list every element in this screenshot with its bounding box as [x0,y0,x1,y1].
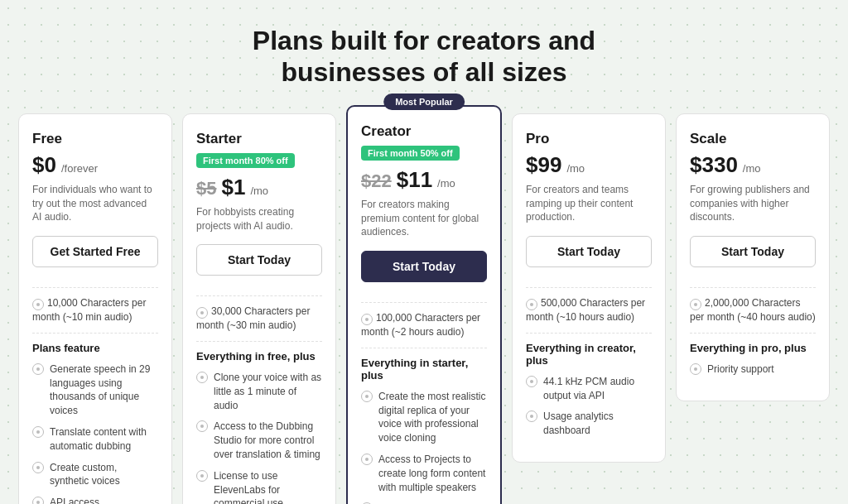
feature-text-creator-1: Access to Projects to create long form c… [378,453,487,494]
plan-name-creator: Creator [361,123,487,140]
divider-features-free [32,333,158,334]
section-label-creator: Everything in starter, plus [361,357,487,382]
plan-card-creator: Most PopularCreatorFirst month 50% off$2… [346,105,502,504]
feature-icon-free-1 [32,426,44,438]
divider-features-creator [361,348,487,348]
feature-item-creator-0: Create the most realistic digital replic… [361,390,487,445]
feature-item-scale-0: Priority support [690,362,816,377]
price-current-starter: $1 [221,175,245,200]
chars-info-starter: 30,000 Characters per month (~30 min aud… [196,305,322,333]
cta-button-starter[interactable]: Start Today [196,244,322,276]
feature-text-starter-0: Clone your voice with as little as 1 min… [214,371,322,412]
chars-info-scale: 2,000,000 Characters per month (~40 hour… [690,296,816,324]
price-current-scale: $330 [690,152,738,178]
cta-button-creator[interactable]: Start Today [361,251,487,282]
price-row-pro: $99/mo [526,152,652,178]
section-label-starter: Everything in free, plus [196,350,322,362]
feature-text-scale-0: Priority support [707,362,774,377]
most-popular-badge: Most Popular [383,94,465,110]
feature-item-free-2: Create custom, synthetic voices [32,461,158,489]
section-label-scale: Everything in pro, plus [690,342,816,354]
divider-chars-scale [690,287,816,288]
price-period-creator: /mo [437,177,455,190]
feature-icon-pro-1 [526,410,537,422]
feature-item-starter-2: License to use ElevenLabs for commercial… [196,469,322,504]
feature-text-free-1: Translate content with automatic dubbing [50,425,158,454]
feature-text-free-0: Generate speech in 29 languages using th… [50,362,158,418]
price-current-pro: $99 [526,152,561,178]
price-row-starter: $5$1/mo [196,175,322,200]
feature-text-pro-0: 44.1 kHz PCM audio output via API [543,375,652,403]
page-title: Plans built for creators and businesses … [17,25,831,89]
price-original-starter: $5 [196,178,216,199]
feature-item-pro-0: 44.1 kHz PCM audio output via API [526,375,652,403]
price-row-free: $0/forever [32,152,158,178]
feature-item-free-1: Translate content with automatic dubbing [32,425,158,454]
price-period-starter: /mo [250,185,268,197]
feature-icon-creator-1 [361,454,373,465]
cta-button-scale[interactable]: Start Today [690,236,816,267]
feature-icon-pro-0 [526,376,537,387]
divider-chars-free [32,287,158,288]
price-current-free: $0 [32,152,56,178]
divider-chars-starter [196,295,322,296]
plan-desc-scale: For growing publishers and companies wit… [690,183,816,224]
feature-item-free-3: API access [32,496,158,504]
plan-card-scale: Scale$330/moFor growing publishers and c… [676,113,830,401]
cta-button-pro[interactable]: Start Today [526,236,652,267]
feature-item-pro-1: Usage analytics dashboard [526,410,652,438]
plan-name-starter: Starter [196,131,322,147]
divider-chars-creator [361,302,487,303]
plans-container: Free$0/foreverFor individuals who want t… [18,113,830,504]
chars-info-creator: 100,000 Characters per month (~2 hours a… [361,311,487,339]
feature-item-free-0: Generate speech in 29 languages using th… [32,362,158,418]
divider-features-scale [690,333,816,334]
plan-name-pro: Pro [526,131,652,147]
feature-icon-creator-0 [361,391,373,402]
feature-icon-starter-2 [196,470,208,482]
feature-text-starter-2: License to use ElevenLabs for commercial… [214,469,322,504]
section-label-pro: Everything in creator, plus [526,342,652,367]
price-period-pro: /mo [566,162,585,175]
price-original-creator: $22 [361,170,392,192]
feature-text-free-2: Create custom, synthetic voices [50,461,158,489]
plan-desc-free: For individuals who want to try out the … [32,183,158,224]
chars-icon-pro [526,299,537,310]
feature-text-creator-0: Create the most realistic digital replic… [378,390,487,445]
feature-icon-free-0 [32,363,44,375]
feature-icon-starter-0 [196,372,208,383]
feature-icon-starter-1 [196,420,208,432]
chars-icon-free [32,299,44,310]
price-period-free: /forever [61,162,98,175]
feature-item-starter-0: Clone your voice with as little as 1 min… [196,371,322,412]
feature-icon-free-2 [32,462,44,473]
plan-card-starter: StarterFirst month 80% off$5$1/moFor hob… [182,113,336,504]
chars-icon-scale [690,299,701,310]
feature-icon-scale-0 [690,363,701,375]
chars-icon-creator [361,314,373,325]
divider-features-starter [196,341,322,342]
feature-text-starter-1: Access to the Dubbing Studio for more co… [214,420,322,461]
feature-icon-free-3 [32,497,44,504]
divider-chars-pro [526,287,652,288]
price-row-scale: $330/mo [690,152,816,178]
plan-name-scale: Scale [690,131,816,147]
chars-icon-starter [196,307,208,319]
plan-desc-pro: For creators and teams ramping up their … [526,183,652,224]
price-current-creator: $11 [397,167,432,193]
feature-text-pro-1: Usage analytics dashboard [543,410,652,438]
section-label-free: Plans feature [32,342,158,354]
plan-desc-creator: For creators making premium content for … [361,198,487,239]
chars-info-pro: 500,000 Characters per month (~10 hours … [526,296,652,324]
feature-item-creator-1: Access to Projects to create long form c… [361,453,487,494]
plan-card-free: Free$0/foreverFor individuals who want t… [18,113,172,504]
cta-button-free[interactable]: Get Started Free [32,236,158,267]
divider-features-pro [526,333,652,334]
price-period-scale: /mo [743,162,761,175]
discount-badge-starter: First month 80% off [196,153,295,168]
plan-name-free: Free [32,131,158,147]
feature-text-free-3: API access [50,496,99,504]
feature-item-starter-1: Access to the Dubbing Studio for more co… [196,420,322,461]
price-row-creator: $22$11/mo [361,167,487,193]
plan-desc-starter: For hobbyists creating projects with AI … [196,205,322,233]
